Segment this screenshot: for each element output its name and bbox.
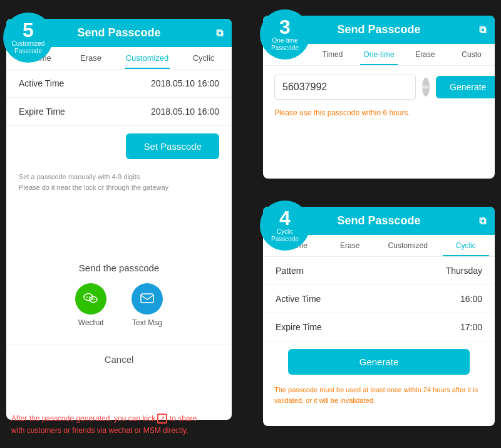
- bottom-line1: After the passcode generated, you can ki…: [11, 414, 155, 423]
- generate-button[interactable]: Generate: [436, 76, 495, 98]
- svg-point-2: [89, 296, 90, 298]
- set-passcode-button[interactable]: Set Passcode: [126, 133, 219, 159]
- textmsg-label: Text Msg: [132, 318, 162, 327]
- expire-time-label: Expire Time: [19, 107, 65, 117]
- tab-p4-cyclic[interactable]: Cyclic: [437, 235, 495, 256]
- p4-active-time-value: 16:00: [460, 294, 482, 304]
- svg-point-1: [86, 296, 88, 298]
- send-section: Send the passcode Wechat: [6, 250, 232, 345]
- passcode-hint: Set a passcode manually with 4-9 digits …: [6, 167, 232, 200]
- wechat-icon[interactable]: [75, 283, 106, 315]
- svg-rect-6: [141, 294, 153, 303]
- passcode-input-row: ✏ Generate: [263, 66, 495, 108]
- badge-5-label: CustomizedPasscode: [12, 40, 45, 55]
- share-icon-inline: ↗: [157, 414, 167, 424]
- active-time-label: Active Time: [19, 78, 64, 88]
- set-passcode-row: Set Passcode: [6, 126, 232, 167]
- textmsg-share[interactable]: Text Msg: [132, 283, 163, 327]
- passcode-hint-p3: Please use this passcode within 6 hours.: [263, 108, 495, 123]
- panel-5-title: Send Passcode: [77, 26, 160, 39]
- panel-3-title: Send Passcode: [337, 23, 420, 36]
- hint-line2: Please do it near the lock or through th…: [19, 182, 219, 193]
- bottom-line3: with customers or friends via wechat or …: [11, 426, 189, 435]
- bottom-text: After the passcode generated, you can ki…: [11, 413, 224, 437]
- active-time-value: 2018.05.10 16:00: [151, 78, 219, 88]
- tab-customized[interactable]: Customized: [119, 47, 175, 69]
- pattern-label: Pattern: [276, 266, 304, 276]
- p4-generate-button[interactable]: Generate: [288, 349, 470, 375]
- badge-3-number: 3: [279, 17, 291, 37]
- badge-3-label: One-timePasscode: [271, 37, 299, 52]
- panel-5-customized-passcode: Send Passcode ⧉ One-time Erase Customize…: [6, 19, 232, 420]
- badge-4: 4 CyclicPasscode: [260, 201, 310, 251]
- external-link-icon[interactable]: ⧉: [216, 28, 223, 39]
- p3-external-link-icon[interactable]: ⧉: [479, 24, 486, 36]
- p4-hint-text: The passcode must be used at least once …: [274, 386, 423, 393]
- tab-p3-onetime[interactable]: One-time: [356, 44, 402, 65]
- panel-4-title: Send Passcode: [337, 214, 420, 227]
- tab-p3-custo[interactable]: Custo: [448, 44, 495, 65]
- tab-erase[interactable]: Erase: [63, 47, 119, 69]
- pattern-value: Thursday: [446, 266, 482, 276]
- textmsg-icon[interactable]: [132, 283, 163, 315]
- active-time-row: Active Time 2018.05.10 16:00: [6, 70, 232, 98]
- tab-p4-erase[interactable]: Erase: [321, 235, 380, 256]
- svg-point-5: [94, 299, 95, 300]
- bottom-line2: to share: [170, 414, 197, 423]
- badge-4-number: 4: [279, 208, 291, 228]
- passcode-input[interactable]: [274, 75, 416, 100]
- p4-active-time-row: Active Time 16:00: [263, 285, 495, 313]
- expire-time-value: 2018.05.10 16:00: [151, 107, 219, 117]
- hint-text: Please use this passcode within: [274, 108, 383, 117]
- p4-expire-time-label: Expire Time: [276, 322, 322, 332]
- tab-cyclic[interactable]: Cyclic: [175, 47, 232, 69]
- wechat-share[interactable]: Wechat: [75, 283, 106, 327]
- p4-active-time-label: Active Time: [276, 294, 321, 304]
- tab-p3-erase[interactable]: Erase: [402, 44, 448, 65]
- pattern-row: Pattern Thursday: [263, 257, 495, 285]
- p4-hint: The passcode must be used at least once …: [263, 380, 495, 412]
- wechat-label: Wechat: [78, 318, 103, 327]
- hint-line1: Set a passcode manually with 4-9 digits: [19, 172, 219, 182]
- tab-p3-timed[interactable]: Timed: [309, 44, 356, 65]
- hint-end: .: [408, 108, 410, 117]
- cancel-button[interactable]: Cancel: [6, 345, 232, 373]
- edit-icon[interactable]: ✏: [422, 78, 430, 96]
- p4-external-link-icon[interactable]: ⧉: [479, 216, 486, 227]
- p4-expire-time-row: Expire Time 17:00: [263, 313, 495, 341]
- hint-colored: 6 hours: [383, 108, 408, 117]
- tab-p4-customized[interactable]: Customized: [379, 235, 437, 256]
- p4-expire-time-value: 17:00: [460, 322, 482, 332]
- send-title: Send the passcode: [19, 263, 219, 273]
- badge-3: 3 One-timePasscode: [260, 9, 310, 60]
- p4-generate-row: Generate: [263, 341, 495, 380]
- expire-time-row: Expire Time 2018.05.10 16:00: [6, 98, 232, 126]
- badge-5-number: 5: [23, 20, 34, 40]
- svg-point-4: [92, 299, 93, 300]
- badge-4-label: CyclicPasscode: [271, 228, 299, 243]
- p4-hint-colored: 24 hours: [423, 386, 450, 393]
- badge-5: 5 CustomizedPasscode: [3, 13, 53, 63]
- share-icons-row: Wechat Text Msg: [19, 283, 219, 327]
